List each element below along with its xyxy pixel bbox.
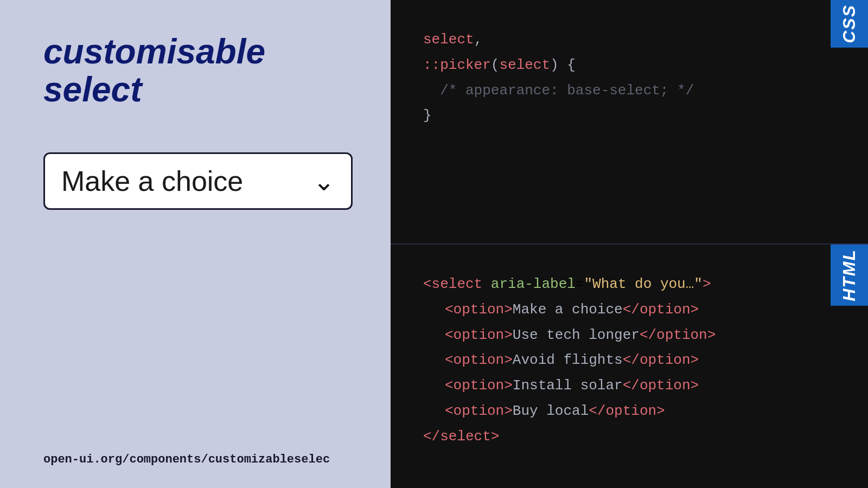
css-line-2: ::picker(select) {: [423, 53, 835, 78]
left-panel: customisable select Make a choice ⌄ open…: [0, 0, 391, 488]
html-line-2: <option>Make a choice</option>: [423, 297, 835, 323]
url-label: open-ui.org/components/customizableselec: [43, 453, 330, 466]
css-line-4: }: [423, 103, 835, 129]
html-code-block: HTML <select aria-label="What do you…"> …: [391, 245, 868, 488]
html-line-6: <option>Buy local</option>: [423, 399, 835, 424]
css-lang-badge: CSS: [831, 0, 868, 48]
page-title: customisable select: [43, 33, 347, 109]
css-line-1: select,: [423, 27, 835, 53]
html-line-3: <option>Use tech longer</option>: [423, 323, 835, 348]
html-line-7: </select>: [423, 424, 835, 450]
css-selector: select: [423, 31, 474, 48]
html-line-4: <option>Avoid flights</option>: [423, 348, 835, 373]
select-demo[interactable]: Make a choice ⌄: [43, 152, 353, 210]
css-line-3: /* appearance: base-select; */: [423, 78, 835, 104]
css-comment: /* appearance: base-select; */: [423, 82, 694, 99]
chevron-down-icon: ⌄: [313, 166, 335, 196]
select-demo-text: Make a choice: [61, 165, 243, 197]
css-pseudo: ::picker: [423, 57, 491, 73]
right-panel: CSS select, ::picker(select) { /* appear…: [391, 0, 868, 488]
html-lang-badge: HTML: [831, 245, 868, 306]
css-code-block: CSS select, ::picker(select) { /* appear…: [391, 0, 868, 245]
html-line-1: <select aria-label="What do you…">: [423, 272, 835, 297]
html-line-5: <option>Install solar</option>: [423, 373, 835, 399]
html-code-content: <select aria-label="What do you…"> <opti…: [423, 272, 835, 450]
css-code-content: select, ::picker(select) { /* appearance…: [423, 27, 835, 129]
